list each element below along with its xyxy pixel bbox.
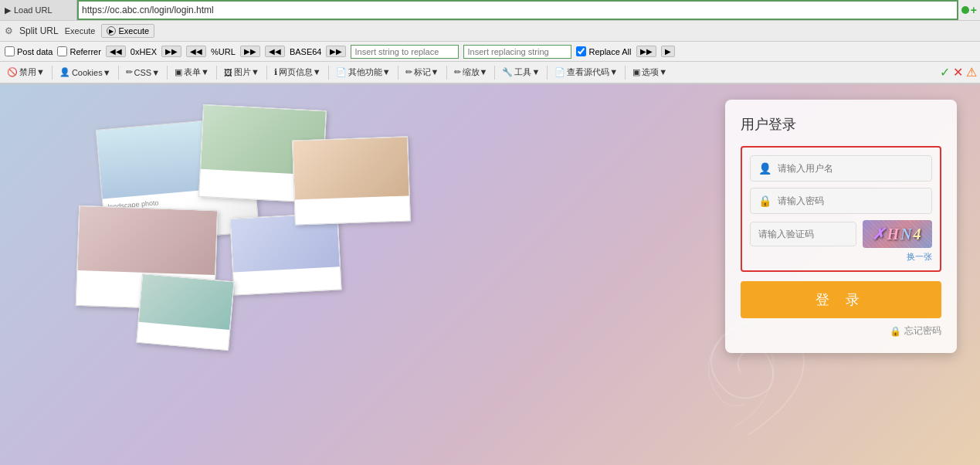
user-icon: 👤 — [758, 162, 771, 175]
tools-icon: 🔧 — [502, 67, 513, 77]
base64-right-btn[interactable]: ▶▶ — [326, 46, 346, 57]
url-input[interactable] — [82, 5, 954, 15]
zoom-btn[interactable]: ✏ 缩放▼ — [450, 65, 492, 80]
red-x-icon[interactable]: ✕ — [953, 65, 963, 80]
cookies-label: Cookies▼ — [72, 68, 111, 77]
forms-btn[interactable]: ▣ 表单▼ — [171, 65, 213, 80]
feature-toolbar: 🚫 禁用▼ 👤 Cookies▼ ✏ CSS▼ ▣ 表单▼ 🖼 图片▼ — [0, 62, 980, 83]
images-icon: 🖼 — [224, 68, 232, 77]
forms-icon: ▣ — [175, 67, 182, 77]
url-bar-row: ▶ Load URL + — [0, 0, 980, 21]
referrer-checkbox[interactable]: Referrer — [57, 46, 100, 56]
post-data-check[interactable] — [5, 46, 15, 56]
replace-bar: Post data Referrer ◀◀ 0xHEX ▶▶ ◀◀ %URL ▶… — [0, 42, 980, 62]
forgot-password-row: 🔒 忘记密码 — [741, 324, 941, 338]
sep11 — [625, 66, 626, 80]
green-plus-icon: + — [971, 4, 977, 16]
sep3 — [167, 66, 168, 80]
css-icon: ✏ — [126, 67, 133, 77]
url-left-btn[interactable]: ◀◀ — [186, 46, 206, 57]
zoom-label: 缩放▼ — [463, 66, 488, 78]
base64-left-btn[interactable]: ◀◀ — [265, 46, 285, 57]
login-title: 用户登录 — [741, 115, 941, 134]
execute-icon: ▶ — [107, 26, 116, 36]
app-container: ▶ Load URL + ⚙ Split URL Execute ▶ Execu… — [0, 0, 980, 465]
sep5 — [266, 66, 267, 80]
images-btn[interactable]: 🖼 图片▼ — [220, 65, 263, 80]
cookies-icon: 👤 — [59, 67, 70, 77]
source-label: 查看源代码▼ — [567, 66, 618, 78]
url-label: %URL — [211, 47, 236, 56]
css-label: CSS▼ — [134, 68, 161, 77]
password-wrapper: 🔒 — [750, 188, 932, 214]
captcha-text: ✗HN4 — [872, 225, 922, 243]
password-input[interactable] — [778, 195, 924, 206]
img-card-4 — [229, 212, 341, 295]
referrer-check[interactable] — [57, 46, 67, 56]
hex-left-btn[interactable]: ◀◀ — [106, 46, 126, 57]
source-icon: 📄 — [554, 67, 565, 77]
replace-all-check[interactable] — [576, 46, 586, 56]
execute-label-text: Execute — [118, 26, 149, 36]
zoom-icon: ✏ — [454, 67, 461, 77]
referrer-label: Referrer — [70, 47, 100, 56]
options-icon: ▣ — [632, 67, 640, 77]
login-fields-box: 👤 🔒 ✗HN4 — [741, 146, 941, 272]
username-wrapper: 👤 — [750, 155, 932, 182]
css-btn[interactable]: ✏ CSS▼ — [122, 66, 164, 79]
execute-button[interactable]: ▶ Execute — [101, 24, 154, 38]
replace-arrow-btn[interactable]: ▶▶ — [636, 46, 656, 57]
execute-label[interactable]: Execute — [65, 26, 96, 36]
green-check-icon[interactable]: ✓ — [940, 65, 950, 80]
replace-all-label: Replace All — [588, 47, 631, 56]
options-btn[interactable]: ▣ 选项▼ — [629, 65, 671, 80]
replace-all-checkbox[interactable]: Replace All — [576, 46, 631, 56]
replace-execute-btn[interactable]: ▶ — [661, 46, 675, 57]
captcha-input[interactable] — [758, 229, 848, 239]
sep1 — [52, 66, 53, 80]
page-info-btn[interactable]: ℹ 网页信息▼ — [270, 65, 325, 80]
disable-label: 禁用▼ — [19, 66, 45, 78]
username-input[interactable] — [778, 163, 924, 174]
post-data-checkbox[interactable]: Post data — [5, 46, 53, 56]
tools-btn[interactable]: 🔧 工具▼ — [498, 65, 544, 80]
mark-icon: ✏ — [405, 67, 412, 77]
cookies-btn[interactable]: 👤 Cookies▼ — [56, 66, 115, 79]
url-input-wrapper — [77, 0, 958, 20]
disable-btn[interactable]: 🚫 禁用▼ — [3, 65, 49, 80]
mark-btn[interactable]: ✏ 标记▼ — [402, 65, 443, 80]
insert-replacing-input[interactable] — [463, 45, 571, 59]
toolbar-area: ▶ Load URL + ⚙ Split URL Execute ▶ Execu… — [0, 0, 980, 84]
sep2 — [118, 66, 119, 80]
img-card-6 — [292, 136, 411, 225]
login-panel: 用户登录 👤 🔒 — [725, 100, 957, 353]
url-right-btn[interactable]: ▶▶ — [240, 46, 260, 57]
green-dot-icon — [961, 6, 969, 14]
split-url-label[interactable]: Split URL — [19, 25, 59, 36]
sep7 — [398, 66, 398, 80]
forgot-icon: 🔒 — [890, 326, 901, 337]
warning-icon[interactable]: ⚠ — [966, 65, 977, 80]
hex-right-btn[interactable]: ▶▶ — [161, 46, 181, 57]
base64-label: BASE64 — [290, 47, 322, 56]
hex-label: 0xHEX — [131, 47, 157, 56]
other-btn[interactable]: 📄 其他功能▼ — [332, 65, 395, 80]
sep4 — [216, 66, 217, 80]
toolbar-right-icons: ✓ ✕ ⚠ — [940, 65, 977, 80]
sep6 — [328, 66, 329, 80]
webpage-area: landscape photo 用户登录 — [0, 84, 980, 465]
lock-icon: 🔒 — [758, 195, 771, 207]
post-data-label: Post data — [17, 47, 53, 56]
disable-icon: 🚫 — [7, 67, 18, 77]
captcha-image[interactable]: ✗HN4 — [863, 220, 932, 248]
other-icon: 📄 — [336, 67, 347, 77]
refresh-captcha-link[interactable]: 换一张 — [750, 251, 932, 263]
source-btn[interactable]: 📄 查看源代码▼ — [551, 65, 622, 80]
url-buttons: ▶ Load URL — [0, 0, 77, 20]
load-url-button[interactable]: ▶ Load URL — [0, 0, 77, 20]
page-info-label: 网页信息▼ — [279, 66, 321, 78]
page-info-icon: ℹ — [274, 67, 277, 77]
insert-replace-input[interactable] — [351, 45, 459, 59]
login-button[interactable]: 登 录 — [741, 281, 941, 318]
forgot-password-link[interactable]: 忘记密码 — [904, 324, 941, 338]
